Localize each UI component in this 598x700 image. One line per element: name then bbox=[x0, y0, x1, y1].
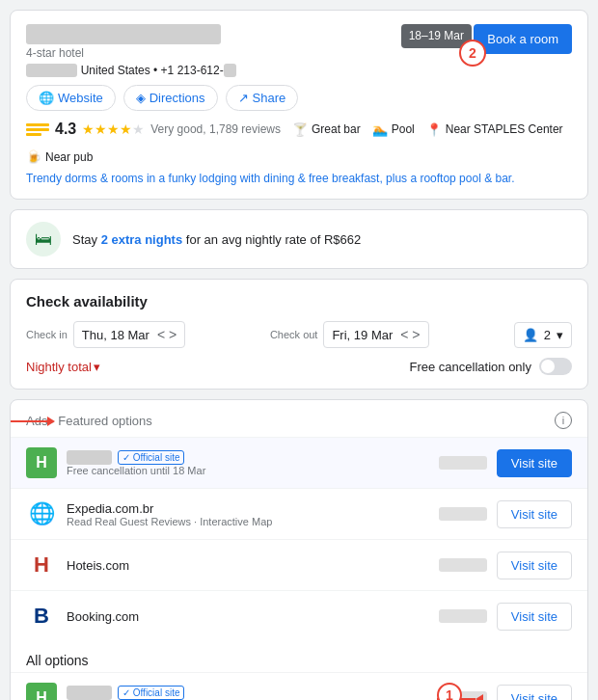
avail-options-row: Nightly total ▾ Free cancellation only bbox=[26, 358, 572, 375]
hotel-description: Trendy dorms & rooms in a funky lodging … bbox=[26, 172, 572, 185]
rating-box: 4.3 ★★★★★ Very good, 1,789 reviews bbox=[26, 121, 281, 138]
checkin-arrows[interactable]: < > bbox=[157, 327, 177, 342]
guests-field[interactable]: 👤 2 ▾ bbox=[514, 322, 572, 348]
share-button[interactable]: ↗ Share bbox=[226, 85, 299, 111]
hoteis-info: Hoteis.com bbox=[67, 558, 429, 573]
official-badge: ✓ Official site bbox=[118, 450, 185, 465]
availability-title: Check availability bbox=[26, 293, 572, 310]
promo-card: 🛏 Stay 2 extra nights for an avg nightly… bbox=[10, 209, 588, 269]
directions-button[interactable]: ◈ Directions bbox=[123, 85, 218, 111]
expedia-option: 🌐 Expedia.com.br Read Real Guest Reviews… bbox=[11, 488, 587, 539]
expedia-name: Expedia.com.br bbox=[67, 501, 429, 516]
expedia-logo: 🌐 bbox=[26, 498, 57, 529]
rating-number: 4.3 bbox=[55, 121, 76, 138]
pool-icon: 🏊 bbox=[372, 122, 388, 137]
free-cancel-option: Free cancellation only bbox=[410, 358, 572, 375]
amenity-staples: 📍 Near STAPLES Center bbox=[426, 122, 563, 137]
book-room-button[interactable]: Book a room bbox=[474, 24, 572, 54]
hotel-name: Freehand Los Angeles bbox=[26, 24, 221, 44]
checkin-group: Check in Thu, 18 Mar < > bbox=[26, 321, 258, 348]
featured-options-header: Ads · Featured options i bbox=[11, 400, 587, 437]
checkout-arrows[interactable]: < > bbox=[400, 327, 420, 342]
pub-icon: 🍺 bbox=[26, 149, 41, 164]
rating-row: 4.3 ★★★★★ Very good, 1,789 reviews 🍸 Gre… bbox=[26, 121, 572, 164]
rating-bar-3 bbox=[26, 133, 41, 136]
annotation-1: 1 bbox=[437, 683, 462, 700]
official-visit-button[interactable]: Visit site bbox=[497, 449, 572, 477]
expedia-info: Expedia.com.br Read Real Guest Reviews ·… bbox=[67, 501, 429, 527]
hotel-actions: 🌐 Website ◈ Directions ↗ Share bbox=[26, 85, 572, 111]
free-cancel-toggle[interactable] bbox=[539, 358, 572, 375]
official-price-area bbox=[439, 456, 487, 470]
featured-option-official: H ✓ Official site Free cancellation unti… bbox=[11, 437, 587, 488]
all-official-name: ✓ Official site bbox=[67, 686, 429, 700]
nightly-total-dropdown[interactable]: Nightly total ▾ bbox=[26, 360, 100, 374]
all-official-badge: ✓ Official site bbox=[118, 686, 185, 700]
price-blur bbox=[439, 507, 487, 521]
booking-name: Booking.com bbox=[67, 609, 429, 624]
person-icon: 👤 bbox=[523, 328, 538, 342]
hoteis-name: Hoteis.com bbox=[67, 558, 429, 573]
featured-options-card: 3 Ads · Featured options i H ✓ Official … bbox=[10, 399, 588, 700]
all-official-info: ✓ Official site Free cancellation until … bbox=[67, 686, 429, 701]
hotel-header-card: 2 Freehand Los Angeles 4-star hotel Unit… bbox=[10, 10, 588, 200]
checkout-field[interactable]: Fri, 19 Mar < > bbox=[323, 321, 428, 348]
directions-icon: ◈ bbox=[136, 91, 146, 105]
price-blur bbox=[439, 558, 487, 572]
info-icon[interactable]: i bbox=[555, 412, 572, 429]
all-official-logo: H bbox=[26, 683, 57, 700]
hotel-contact: United States • +1 213-612- bbox=[26, 64, 572, 77]
expedia-visit-button[interactable]: Visit site bbox=[497, 500, 572, 528]
all-official-visit-button[interactable]: Visit site bbox=[497, 685, 572, 701]
rating-bar-2 bbox=[26, 128, 49, 131]
website-button[interactable]: 🌐 Website bbox=[26, 85, 116, 111]
review-count: Very good, 1,789 reviews bbox=[150, 122, 281, 136]
promo-text: Stay 2 extra nights for an avg nightly r… bbox=[72, 232, 361, 247]
official-name: ✓ Official site bbox=[67, 450, 429, 465]
availability-card: Check availability Check in Thu, 18 Mar … bbox=[10, 279, 588, 390]
location-icon: 📍 bbox=[426, 122, 442, 137]
checkin-field[interactable]: Thu, 18 Mar < > bbox=[73, 321, 185, 348]
hoteis-option: H Hoteis.com Visit site bbox=[11, 539, 587, 590]
all-options-header: All options bbox=[11, 641, 587, 672]
booking-visit-button[interactable]: Visit site bbox=[497, 603, 572, 631]
booking-logo: B bbox=[26, 601, 57, 632]
rating-bar-1 bbox=[26, 123, 49, 126]
all-options-official: 1 H ✓ Official site Free cancellation un… bbox=[11, 672, 587, 700]
bar-icon: 🍸 bbox=[292, 122, 308, 137]
amenity-pub: 🍺 Near pub bbox=[26, 149, 93, 164]
hoteis-visit-button[interactable]: Visit site bbox=[497, 552, 572, 579]
globe-icon: 🌐 bbox=[39, 91, 54, 105]
official-info: ✓ Official site Free cancellation until … bbox=[67, 450, 429, 476]
share-icon: ↗ bbox=[238, 91, 249, 105]
star-rating: ★★★★★ bbox=[82, 121, 145, 137]
official-logo: H bbox=[26, 447, 57, 478]
contact-blur bbox=[26, 64, 77, 77]
price-blur bbox=[439, 609, 487, 623]
price-blur bbox=[439, 456, 487, 470]
official-sub: Free cancellation until 18 Mar bbox=[67, 465, 429, 476]
availability-row: Check in Thu, 18 Mar < > Check out Fri, … bbox=[26, 321, 572, 348]
expedia-price-area bbox=[439, 507, 487, 521]
checkout-label: Check out bbox=[270, 329, 318, 340]
booking-option: B Booking.com Visit site bbox=[11, 590, 587, 641]
expedia-sub: Read Real Guest Reviews · Interactive Ma… bbox=[67, 516, 429, 527]
checkin-label: Check in bbox=[26, 329, 68, 340]
annotation-2: 2 bbox=[459, 40, 486, 67]
amenity-bar: 🍸 Great bar bbox=[292, 122, 361, 137]
guests-chevron: ▾ bbox=[557, 328, 563, 342]
booking-info: Booking.com bbox=[67, 609, 429, 624]
hoteis-logo: H bbox=[26, 550, 57, 580]
promo-icon: 🛏 bbox=[26, 222, 61, 256]
arrow-3 bbox=[10, 417, 55, 426]
amenity-pool: 🏊 Pool bbox=[372, 122, 415, 137]
rating-bars bbox=[26, 123, 49, 136]
hoteis-price-area bbox=[439, 558, 487, 572]
hotel-country: United States • +1 213-612- bbox=[81, 64, 236, 77]
booking-price-area bbox=[439, 609, 487, 623]
total-chevron: ▾ bbox=[94, 360, 100, 374]
checkout-group: Check out Fri, 19 Mar < > bbox=[270, 321, 503, 348]
